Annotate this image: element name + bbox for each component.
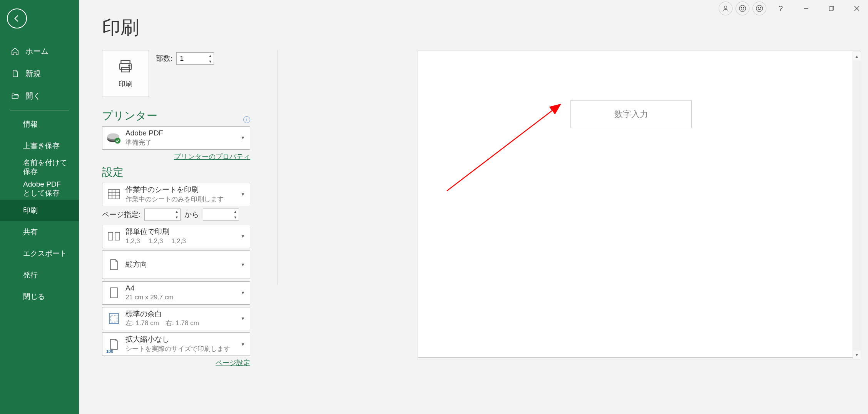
page-range-label: ページ指定: — [102, 210, 140, 220]
annotation-arrow — [445, 100, 572, 193]
nav-home[interactable]: ホーム — [0, 40, 79, 62]
titlebar: ? — [719, 0, 868, 17]
svg-point-6 — [739, 5, 746, 12]
home-icon — [10, 46, 20, 56]
svg-point-11 — [760, 8, 761, 8]
margins-icon — [105, 310, 122, 327]
collate-dropdown[interactable]: 部単位で印刷 1,2,3 1,2,3 1,2,3 ▼ — [102, 225, 250, 248]
chevron-down-icon: ▼ — [239, 290, 247, 295]
happy-face-icon[interactable] — [736, 2, 749, 15]
nav-save[interactable]: 上書き保存 — [0, 135, 79, 157]
printer-heading: プリンター — [102, 109, 157, 123]
page-to-spinbox[interactable]: ▲▼ — [203, 209, 239, 221]
main-panel: 印刷 印刷 部数: ▲ ▼ プリ — [79, 0, 868, 414]
printer-dropdown[interactable]: Adobe PDF 準備完了 ▼ — [102, 126, 250, 150]
svg-point-9 — [756, 5, 763, 12]
printer-status: 準備完了 — [125, 139, 239, 147]
page-from-input[interactable] — [145, 209, 173, 220]
spin-up[interactable]: ▲ — [232, 209, 239, 215]
info-icon[interactable]: i — [243, 116, 250, 123]
new-icon — [10, 68, 20, 78]
page-title: 印刷 — [102, 15, 139, 40]
nav-saveas[interactable]: 名前を付けて保存 — [0, 157, 79, 178]
margins-dropdown[interactable]: 標準の余白 左: 1.78 cm 右: 1.78 cm ▼ — [102, 307, 250, 331]
orientation-dropdown[interactable]: 縦方向 ▼ — [102, 250, 250, 279]
page-icon — [105, 284, 122, 301]
page-range-row: ページ指定: ▲▼ から ▲▼ — [102, 209, 314, 221]
nav-label: ホーム — [25, 47, 49, 56]
svg-point-8 — [743, 8, 744, 8]
backstage-sidebar: ホーム 新規 開く 情報 上書き保存 名前を付けて保存 Adobe PDF とし… — [0, 0, 79, 414]
chevron-down-icon: ▼ — [239, 316, 247, 321]
back-button[interactable] — [7, 8, 27, 28]
svg-point-10 — [758, 8, 759, 8]
copies-row: 部数: ▲ ▼ — [156, 52, 214, 65]
scaling-dropdown[interactable]: 100 拡大縮小なし シートを実際のサイズで印刷します ▼ — [102, 332, 250, 356]
svg-point-24 — [115, 138, 120, 144]
page-from-spinbox[interactable]: ▲▼ — [144, 209, 181, 221]
nav-publish[interactable]: 発行 — [0, 264, 79, 286]
printer-status-icon — [105, 129, 122, 146]
svg-line-35 — [447, 104, 560, 191]
spin-up[interactable]: ▲ — [173, 209, 180, 215]
print-button[interactable]: 印刷 — [102, 50, 149, 97]
nav-label: 新規 — [25, 69, 41, 78]
copies-input[interactable] — [177, 53, 207, 64]
spin-down[interactable]: ▼ — [232, 215, 239, 220]
help-button[interactable]: ? — [769, 0, 792, 17]
sad-face-icon[interactable] — [753, 2, 766, 15]
account-icon[interactable] — [719, 2, 733, 15]
chevron-down-icon: ▼ — [239, 342, 247, 347]
minimize-button[interactable] — [795, 0, 817, 17]
portrait-icon — [105, 256, 122, 273]
chevron-down-icon: ▼ — [239, 192, 247, 197]
copies-label: 部数: — [156, 53, 172, 63]
chevron-down-icon: ▼ — [239, 262, 247, 267]
page-to-input[interactable] — [203, 209, 232, 220]
settings-heading: 設定 — [102, 165, 124, 180]
nav-print[interactable]: 印刷 — [0, 200, 79, 221]
nav-label: 開く — [25, 91, 41, 100]
nav-share[interactable]: 共有 — [0, 221, 79, 243]
open-icon — [10, 91, 20, 101]
preview-page: 数字入力 — [418, 50, 860, 358]
nav-close[interactable]: 閉じる — [0, 286, 79, 307]
collate-icon — [105, 228, 122, 245]
svg-point-7 — [741, 8, 742, 8]
nav-separator — [10, 110, 69, 110]
spin-down[interactable]: ▼ — [173, 215, 180, 220]
nav-new[interactable]: 新規 — [0, 62, 79, 85]
restore-button[interactable] — [820, 0, 843, 17]
svg-rect-17 — [121, 60, 130, 63]
print-settings-column: 印刷 部数: ▲ ▼ プリンター i A — [102, 50, 314, 371]
scaling-icon: 100 — [105, 336, 122, 353]
sheet-icon — [105, 186, 122, 203]
scroll-down[interactable]: ▼ — [853, 351, 861, 359]
copies-spinbox[interactable]: ▲ ▼ — [176, 52, 214, 65]
nav-export[interactable]: エクスポート — [0, 243, 79, 264]
preview-scrollbar[interactable]: ▲ ▼ — [853, 52, 861, 359]
spin-up[interactable]: ▲ — [207, 53, 214, 58]
vertical-divider — [277, 50, 278, 285]
nav-adobepdf[interactable]: Adobe PDF として保存 — [0, 178, 79, 200]
page-setup-link[interactable]: ページ設定 — [216, 359, 250, 367]
printer-icon — [117, 58, 134, 75]
nav-info[interactable]: 情報 — [0, 114, 79, 135]
close-button[interactable] — [846, 0, 868, 17]
print-what-dropdown[interactable]: 作業中のシートを印刷 作業中のシートのみを印刷します ▼ — [102, 183, 250, 206]
svg-point-20 — [129, 65, 130, 66]
printer-properties-link[interactable]: プリンターのプロパティ — [174, 153, 250, 160]
nav-open[interactable]: 開く — [0, 85, 79, 107]
svg-rect-30 — [108, 232, 113, 240]
scroll-up[interactable]: ▲ — [853, 52, 861, 60]
print-preview-area: 数字入力 — [329, 50, 849, 402]
paper-size-dropdown[interactable]: A4 21 cm x 29.7 cm ▼ — [102, 281, 250, 305]
svg-rect-25 — [108, 190, 120, 199]
svg-rect-32 — [110, 288, 117, 298]
chevron-down-icon: ▼ — [239, 234, 247, 239]
scroll-track[interactable] — [853, 60, 861, 351]
print-button-label: 印刷 — [119, 79, 132, 88]
spin-down[interactable]: ▼ — [207, 58, 214, 64]
svg-point-5 — [724, 6, 727, 8]
chevron-down-icon: ▼ — [239, 135, 247, 140]
